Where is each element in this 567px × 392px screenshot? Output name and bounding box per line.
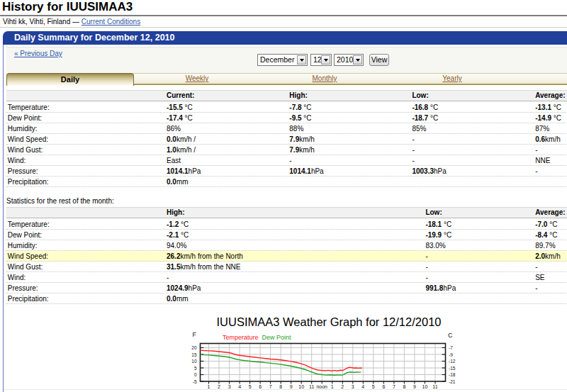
- svg-text:3: 3: [352, 384, 354, 389]
- svg-text:11: 11: [309, 384, 314, 389]
- svg-text:10: 10: [422, 384, 428, 389]
- svg-text:-12: -12: [449, 359, 456, 364]
- svg-text:5: 5: [372, 384, 375, 389]
- svg-text:-7: -7: [449, 345, 453, 350]
- svg-text:10: 10: [298, 384, 304, 389]
- svg-text:noon: noon: [316, 384, 327, 389]
- svg-text:8: 8: [403, 384, 405, 389]
- svg-text:10: 10: [191, 359, 197, 364]
- svg-text:3: 3: [228, 384, 231, 389]
- svg-text:4: 4: [361, 384, 364, 389]
- svg-text:8: 8: [279, 384, 282, 389]
- svg-text:1: 1: [331, 384, 334, 389]
- svg-text:11: 11: [432, 384, 437, 389]
- svg-text:-15: -15: [449, 366, 456, 371]
- svg-text:5: 5: [249, 384, 252, 389]
- svg-text:6: 6: [259, 384, 262, 389]
- svg-text:9: 9: [413, 384, 416, 389]
- svg-text:C: C: [448, 332, 453, 339]
- svg-text:5: 5: [194, 366, 197, 371]
- svg-text:Temperature: Temperature: [223, 334, 259, 341]
- svg-text:1: 1: [208, 384, 210, 389]
- svg-text:-9: -9: [449, 352, 453, 357]
- svg-text:2: 2: [341, 384, 344, 389]
- svg-text:6: 6: [382, 384, 385, 389]
- svg-text:7: 7: [269, 384, 272, 389]
- svg-text:-21: -21: [449, 379, 456, 384]
- svg-text:F: F: [193, 331, 197, 338]
- svg-text:Dew Point: Dew Point: [262, 334, 292, 341]
- svg-text:20: 20: [191, 345, 197, 350]
- svg-text:-18: -18: [449, 372, 456, 377]
- svg-text:2: 2: [218, 384, 220, 389]
- svg-text:IUUSIMAA3 Weather Graph for 12: IUUSIMAA3 Weather Graph for 12/12/2010: [216, 315, 441, 328]
- svg-text:15: 15: [191, 352, 197, 357]
- svg-text:4: 4: [238, 384, 241, 389]
- svg-text:9: 9: [290, 384, 293, 389]
- svg-text:-5: -5: [193, 379, 197, 384]
- svg-text:7: 7: [393, 384, 395, 389]
- svg-text:0: 0: [194, 372, 197, 377]
